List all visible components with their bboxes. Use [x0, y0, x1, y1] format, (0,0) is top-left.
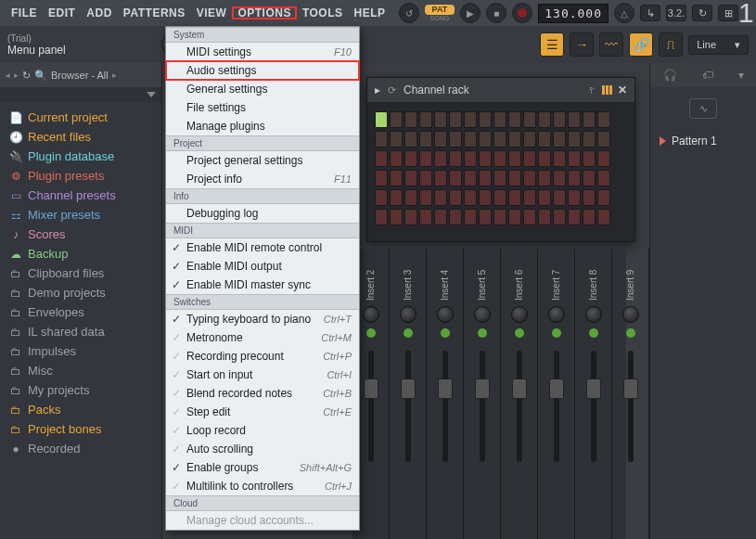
step-cell[interactable]	[538, 111, 551, 128]
pattern-item[interactable]: Pattern 1	[658, 132, 749, 150]
browser-item[interactable]: 🗀Demo projects	[4, 283, 158, 302]
loop-rec-button[interactable]: ↻	[692, 5, 712, 21]
pan-knob[interactable]	[474, 306, 491, 323]
step-cell[interactable]	[583, 150, 596, 167]
menu-item[interactable]: Blend recorded notesCtrl+B	[166, 384, 359, 403]
step-cell[interactable]	[553, 150, 566, 167]
menu-options[interactable]: OPTIONS	[232, 6, 297, 19]
menu-item[interactable]: Step editCtrl+E	[166, 403, 359, 421]
menu-item[interactable]: MIDI settingsF10	[166, 43, 359, 61]
step-cell[interactable]	[390, 189, 403, 206]
volume-fader[interactable]	[368, 351, 374, 462]
menu-item[interactable]: Enable MIDI remote control	[166, 238, 359, 257]
step-cell[interactable]	[449, 170, 462, 186]
browser-item[interactable]: 🗀Impulses	[4, 341, 158, 361]
mute-led[interactable]	[589, 328, 598, 338]
menu-item[interactable]: Enable MIDI master sync	[166, 276, 359, 294]
pan-knob[interactable]	[363, 306, 379, 323]
mute-led[interactable]	[441, 328, 450, 338]
step-cell[interactable]	[523, 189, 536, 206]
browser-item[interactable]: 🗀Misc	[4, 361, 158, 380]
step-cell[interactable]	[375, 111, 388, 128]
browser-collapse-bar[interactable]	[0, 87, 161, 102]
menu-item[interactable]: Typing keyboard to pianoCtrl+T	[166, 310, 359, 328]
volume-fader[interactable]	[480, 351, 485, 462]
step-cell[interactable]	[508, 170, 521, 186]
step-cell[interactable]	[523, 209, 536, 225]
step-cell[interactable]	[568, 209, 581, 225]
step-cell[interactable]	[375, 189, 388, 206]
step-cell[interactable]	[583, 209, 596, 225]
step-cell[interactable]	[390, 209, 403, 225]
mixer-insert[interactable]: Insert 6	[501, 249, 538, 539]
view-mixer-button[interactable]: ⎍	[659, 32, 683, 57]
step-sequencer-grid[interactable]	[367, 102, 634, 241]
step-cell[interactable]	[434, 170, 447, 186]
step-cell[interactable]	[597, 131, 610, 148]
step-cell[interactable]	[479, 189, 492, 206]
step-cell[interactable]	[449, 209, 462, 225]
menu-item[interactable]: Enable groupsShift+Alt+G	[166, 458, 359, 477]
menu-item[interactable]: Start on inputCtrl+I	[166, 366, 359, 384]
step-cell[interactable]	[434, 111, 447, 128]
menu-file[interactable]: FILE	[6, 6, 43, 19]
step-cell[interactable]	[449, 189, 462, 206]
volume-fader[interactable]	[405, 351, 411, 462]
browser-item[interactable]: ●Recorded	[4, 439, 158, 458]
menu-view[interactable]: VIEW	[191, 6, 233, 19]
step-cell[interactable]	[493, 150, 506, 167]
mute-led[interactable]	[515, 328, 524, 338]
step-cell[interactable]	[523, 131, 536, 148]
step-cell[interactable]	[449, 111, 462, 128]
step-cell[interactable]	[375, 150, 388, 167]
volume-fader[interactable]	[591, 351, 596, 462]
step-cell[interactable]	[390, 131, 403, 148]
menu-item[interactable]: Manage plugins	[166, 117, 359, 135]
step-edit-button[interactable]: ⊞	[718, 5, 738, 21]
headphones-icon[interactable]: 🎧	[663, 69, 677, 82]
step-cell[interactable]	[464, 189, 477, 206]
channel-rack-titlebar[interactable]: ▸ ⟳ Channel rack ⫯ ✕	[367, 78, 634, 102]
menu-patterns[interactable]: PATTERNS	[118, 6, 191, 19]
browser-item[interactable]: 🔌Plugin database	[4, 147, 158, 166]
step-cell[interactable]	[434, 209, 447, 225]
step-cell[interactable]	[597, 170, 610, 186]
step-cell[interactable]	[419, 131, 432, 148]
step-cell[interactable]	[493, 131, 506, 148]
step-cell[interactable]	[568, 150, 581, 167]
mute-led[interactable]	[366, 328, 376, 338]
step-cell[interactable]	[464, 131, 477, 148]
step-cell[interactable]	[404, 189, 417, 206]
step-cell[interactable]	[583, 189, 596, 206]
step-cell[interactable]	[404, 131, 417, 148]
menu-item[interactable]: Loop record	[166, 421, 359, 440]
menu-edit[interactable]: EDIT	[43, 6, 81, 19]
step-cell[interactable]	[419, 189, 432, 206]
mute-led[interactable]	[626, 328, 635, 338]
step-cell[interactable]	[434, 131, 447, 148]
volume-fader[interactable]	[442, 351, 448, 462]
options-icon[interactable]: ▾	[738, 69, 744, 82]
view-playlist-button[interactable]: ☰	[540, 32, 564, 57]
step-cell[interactable]	[404, 111, 417, 128]
mute-led[interactable]	[404, 328, 413, 338]
step-cell[interactable]	[449, 131, 462, 148]
step-cell[interactable]	[538, 170, 551, 186]
step-cell[interactable]	[479, 209, 492, 225]
overdub-button[interactable]: 3.2.	[666, 5, 686, 21]
browser-item[interactable]: 🗀Project bones	[4, 419, 158, 439]
graph-icon[interactable]: ⫯	[587, 84, 596, 96]
step-cell[interactable]	[538, 150, 551, 167]
step-cell[interactable]	[583, 170, 596, 186]
menu-add[interactable]: ADD	[81, 6, 118, 19]
menu-item[interactable]: General settings	[166, 80, 359, 98]
step-cell[interactable]	[553, 170, 566, 186]
step-cell[interactable]	[419, 209, 432, 225]
step-cell[interactable]	[508, 111, 521, 128]
close-icon[interactable]: ✕	[618, 83, 627, 96]
browser-item[interactable]: 🗀Envelopes	[4, 302, 158, 322]
pan-knob[interactable]	[511, 306, 528, 323]
menu-item[interactable]: File settings	[166, 98, 359, 117]
pan-knob[interactable]	[437, 306, 454, 323]
step-cell[interactable]	[508, 131, 521, 148]
